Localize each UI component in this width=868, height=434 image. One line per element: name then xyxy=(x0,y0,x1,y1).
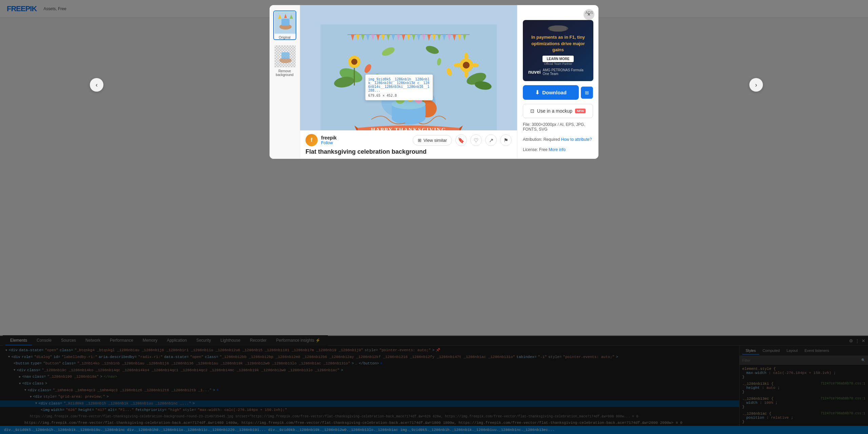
thumbnail-original-label: Original xyxy=(274,36,296,39)
thumbnail-original-img xyxy=(274,11,296,34)
author-row: f freepik Follow ⊞ View similar 🔖 ♡ xyxy=(305,134,512,146)
download-icon: ⬇ xyxy=(535,89,539,96)
heart-button[interactable]: ♡ xyxy=(470,134,482,146)
next-arrow[interactable]: › xyxy=(749,78,763,92)
svg-rect-2 xyxy=(281,19,290,25)
tooltip-dimensions: 679.65 × 452.8 xyxy=(368,94,430,97)
flag-icon: ⚑ xyxy=(504,137,508,144)
download-extra-button[interactable]: ⊞ xyxy=(581,87,593,99)
bookmark-button[interactable]: 🔖 xyxy=(455,134,467,146)
attribution-info: Attribution: Required How to attribute? xyxy=(523,137,593,142)
thumbnail-sidebar: Original xyxy=(270,5,300,159)
ad-logo-row: nuvei AMG PETRONAS Formula One Team xyxy=(528,68,588,76)
thumbnail-remove-bg-label: Remove background xyxy=(274,69,296,77)
thumbnail-original[interactable]: Original xyxy=(273,11,296,40)
remove-bg-preview-svg xyxy=(275,45,296,67)
author-name: freepik xyxy=(321,135,337,140)
bottom-info-bar: f freepik Follow ⊞ View similar 🔖 ♡ xyxy=(300,130,517,159)
bookmark-icon: 🔖 xyxy=(458,137,465,144)
follow-link[interactable]: Follow xyxy=(321,140,337,145)
download-row: ⬇ Download ⊞ xyxy=(523,85,593,100)
mockup-label: Use in a mockup xyxy=(537,108,572,114)
svg-point-39 xyxy=(464,53,468,61)
ad-brand2: AMG PETRONAS Formula One Team xyxy=(543,68,588,76)
view-similar-label: View similar xyxy=(423,138,447,143)
grid-icon: ⊞ xyxy=(418,138,421,143)
tooltip-class: img_9zid0k5__1286nb1h__1286nb1k__1286nb1… xyxy=(368,77,430,92)
thumbnail-remove-bg[interactable]: Remove background xyxy=(273,44,296,77)
modal-overlay: ‹ × xyxy=(0,0,868,434)
svg-point-42 xyxy=(471,63,479,67)
modal-dialog: × xyxy=(270,5,598,159)
download-label: Download xyxy=(542,90,567,95)
right-panel: ADS In payments as in F1, tiny optimizat… xyxy=(517,5,598,159)
original-preview-svg xyxy=(275,12,296,34)
author-avatar: f xyxy=(305,134,318,146)
view-similar-button[interactable]: ⊞ View similar xyxy=(413,135,452,146)
svg-point-41 xyxy=(454,63,462,67)
ad-brand1: nuvei xyxy=(528,69,541,75)
attribution-link[interactable]: How to attribute? xyxy=(561,137,592,142)
svg-point-53 xyxy=(351,59,357,65)
ad-person-img xyxy=(548,25,568,32)
share-icon: ↗ xyxy=(489,137,493,144)
heart-icon: ♡ xyxy=(474,137,478,144)
close-button[interactable]: × xyxy=(584,9,594,20)
license-link[interactable]: More info xyxy=(549,147,566,152)
file-info: File: 3000×2000px / AI, EPS, JPG, FONTS,… xyxy=(523,122,593,132)
image-title: Flat thanksgiving celebration background xyxy=(305,148,512,155)
svg-point-40 xyxy=(464,70,468,78)
thumbnail-remove-bg-img xyxy=(274,45,296,68)
flag-button[interactable]: ⚑ xyxy=(500,134,512,146)
svg-point-38 xyxy=(463,62,470,69)
mockup-button[interactable]: ⊡ Use in a mockup NEW xyxy=(523,104,593,118)
ads-label: ADS xyxy=(523,11,593,15)
ad-person-body xyxy=(550,25,567,32)
ad-banner[interactable]: In payments as in F1, tiny optimizations… xyxy=(523,20,593,81)
hover-tooltip: img_9zid0k5__1286nb1h__1286nb1k__1286nb1… xyxy=(365,74,433,100)
download-button[interactable]: ⬇ Download xyxy=(523,85,579,100)
new-badge: NEW xyxy=(575,109,586,113)
prev-arrow[interactable]: ‹ xyxy=(90,78,103,92)
ad-learn-button[interactable]: LEARN MORE xyxy=(542,56,573,62)
ad-headline: In payments as in F1, tiny optimizations… xyxy=(528,34,588,53)
share-button[interactable]: ↗ xyxy=(485,134,497,146)
svg-rect-11 xyxy=(281,52,290,59)
license-info: License: Free More info xyxy=(523,147,593,152)
ad-partner-label: Official Team Partner xyxy=(544,62,572,65)
author-info: freepik Follow xyxy=(321,135,337,145)
mockup-icon: ⊡ xyxy=(530,108,534,114)
